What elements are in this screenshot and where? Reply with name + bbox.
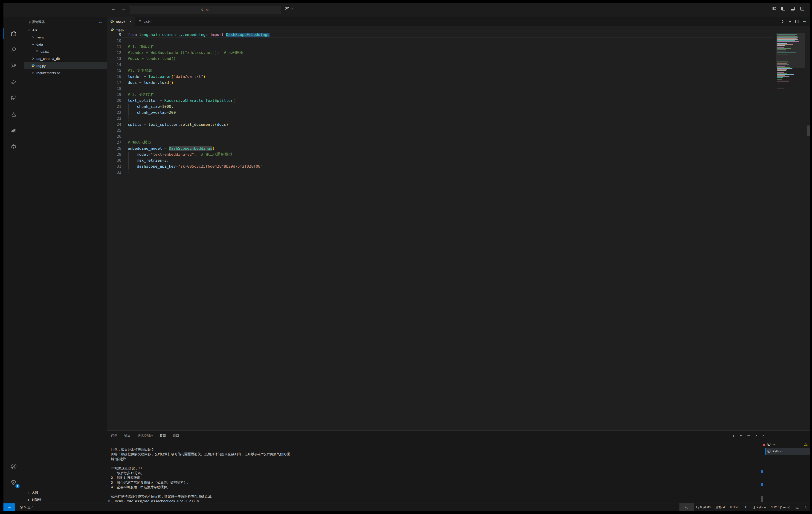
- code-line-content: # 1. 加载文档: [128, 44, 154, 50]
- code-line-content: from langchain_community.embeddings impo…: [128, 33, 270, 38]
- tree-item-qa-txt[interactable]: qa.txt: [24, 48, 107, 55]
- code-line-27[interactable]: 27# 初始化模型: [107, 140, 406, 145]
- tree-item-label: requirements.txt: [36, 71, 60, 75]
- code-line-10[interactable]: 10: [107, 38, 406, 44]
- vscode-window: ← → ai2: [3, 3, 406, 257]
- code-line-11[interactable]: 11# 1. 加载文档: [107, 44, 406, 50]
- line-number: 18: [107, 86, 121, 92]
- python-icon: [31, 64, 35, 67]
- tree-item-label: AI2: [32, 28, 37, 32]
- code-line-content: # 2. 分割文档: [128, 92, 154, 98]
- line-number: 10: [107, 38, 121, 44]
- nav-forward-icon[interactable]: →: [121, 6, 126, 11]
- nav-back-icon[interactable]: ←: [111, 6, 116, 11]
- line-number: 23: [107, 116, 121, 121]
- file-icon: [31, 72, 35, 75]
- tree-item-rag-chroma-db[interactable]: rag_chroma_db: [24, 55, 107, 62]
- copilot-view-icon[interactable]: [3, 123, 24, 137]
- breadcrumb[interactable]: rag.py › …: [107, 26, 406, 33]
- code-line-20[interactable]: 20text_splitter = RecursiveCharacterText…: [107, 98, 406, 104]
- chevron-down-icon: [27, 29, 31, 31]
- line-number: 14: [107, 62, 121, 68]
- code-line-18[interactable]: 18: [107, 86, 406, 92]
- testing-icon[interactable]: [3, 107, 24, 121]
- code-line-content: max_retries=3,: [128, 158, 169, 163]
- sidebar-more-icon[interactable]: ⋯: [99, 20, 103, 24]
- code-line-content: #loader = WebBaseLoader(["xdclass.net"])…: [128, 50, 243, 56]
- search-view-icon[interactable]: [3, 43, 24, 57]
- code-line-32[interactable]: 32): [107, 169, 406, 175]
- close-tab-icon[interactable]: ×: [129, 20, 132, 24]
- line-number: 29: [107, 152, 121, 158]
- file-text-icon: [138, 20, 142, 23]
- python-icon: [110, 20, 114, 23]
- tree-item-label: data: [36, 43, 43, 46]
- code-line-17[interactable]: 17docs = loader.load(): [107, 80, 406, 86]
- line-number: 15: [107, 68, 121, 74]
- tree-item-rag-py[interactable]: rag.py: [24, 62, 107, 69]
- line-number: 17: [107, 80, 121, 86]
- code-line-30[interactable]: 30 max_retries=3,: [107, 158, 406, 163]
- code-line-content: #docs = loader.load(): [128, 56, 176, 62]
- code-editor[interactable]: 9from langchain_community.embeddings imp…: [107, 33, 406, 257]
- code-line-15[interactable]: 15#1. 文本加载: [107, 68, 406, 74]
- line-number: 11: [107, 44, 121, 50]
- breadcrumb-more[interactable]: …: [128, 28, 132, 31]
- line-number: 24: [107, 121, 121, 128]
- line-number: 28: [107, 145, 121, 152]
- chevron-down-icon: [290, 8, 293, 10]
- tab-qa-txt[interactable]: qa.txt: [135, 17, 155, 26]
- code-line-content: text_splitter = RecursiveCharacterTextSp…: [128, 98, 235, 104]
- line-number: 13: [107, 56, 121, 62]
- code-line-12[interactable]: 12#loader = WebBaseLoader(["xdclass.net"…: [107, 50, 406, 56]
- tree-item-requirements-txt[interactable]: requirements.txt: [24, 69, 107, 77]
- code-line-content: splits = text_splitter.split_documents(d…: [128, 121, 228, 128]
- editor-group: rag.py × qa.txt ⋯ rag.py › … 9from langc…: [107, 17, 406, 257]
- code-line-content: chunk_overlap=200: [128, 110, 176, 116]
- code-line-content: ): [128, 169, 130, 175]
- line-number: 26: [107, 134, 121, 140]
- search-value: ai2: [206, 8, 210, 12]
- code-line-content: # 初始化模型: [128, 140, 151, 145]
- extensions-icon[interactable]: [3, 91, 24, 105]
- code-line-24[interactable]: 24splits = text_splitter.split_documents…: [107, 121, 406, 128]
- code-line-9[interactable]: 9from langchain_community.embeddings imp…: [107, 33, 406, 38]
- line-number: 20: [107, 98, 121, 104]
- line-number: 25: [107, 128, 121, 134]
- code-line-22[interactable]: 22 chunk_overlap=200: [107, 110, 406, 116]
- line-number: 16: [107, 74, 121, 80]
- copilot-menu-button[interactable]: [285, 7, 293, 11]
- code-line-content: chunk_size=1000,: [128, 104, 174, 110]
- code-line-29[interactable]: 29 model="text-embedding-v2", # 第二代通用模型: [107, 152, 406, 158]
- python-icon: [111, 28, 114, 31]
- command-center-search[interactable]: ai2: [130, 6, 281, 14]
- run-debug-icon[interactable]: [3, 75, 24, 89]
- tree-item-label: rag.py: [36, 64, 46, 68]
- code-line-21[interactable]: 21 chunk_size=1000,: [107, 104, 406, 110]
- breadcrumb-file[interactable]: rag.py: [116, 28, 124, 31]
- line-number: 30: [107, 158, 121, 163]
- code-line-25[interactable]: 25: [107, 128, 406, 134]
- tab-rag-py[interactable]: rag.py ×: [107, 17, 135, 26]
- code-line-content: embedding_model = DashScopeEmbeddings(: [128, 145, 215, 152]
- source-control-icon[interactable]: [3, 59, 24, 73]
- sidebar-title: 资源管理器: [29, 20, 45, 24]
- copilot-icon: [285, 7, 290, 11]
- code-line-28[interactable]: 28embedding_model = DashScopeEmbeddings(: [107, 145, 406, 152]
- tree-item-ai2[interactable]: AI2: [24, 26, 107, 34]
- tree-item--venv[interactable]: .venv: [24, 34, 107, 41]
- explorer-icon[interactable]: [3, 26, 24, 41]
- code-line-26[interactable]: 26: [107, 134, 406, 140]
- layers-icon[interactable]: [3, 139, 24, 154]
- tree-item-data[interactable]: data: [24, 41, 107, 48]
- line-number: 27: [107, 140, 121, 145]
- code-line-19[interactable]: 19# 2. 分割文档: [107, 92, 406, 98]
- chevron-right-icon: [31, 36, 35, 39]
- code-line-13[interactable]: 13#docs = loader.load(): [107, 56, 406, 62]
- code-line-23[interactable]: 23): [107, 116, 406, 121]
- line-number: 9: [107, 33, 121, 38]
- code-line-31[interactable]: 31 dashscope_api_key="sk-005c3c25f6d0428…: [107, 163, 406, 169]
- code-line-14[interactable]: 14: [107, 62, 406, 68]
- line-number: 31: [107, 163, 121, 169]
- code-line-16[interactable]: 16loader = TextLoader("data/qa.txt"): [107, 74, 406, 80]
